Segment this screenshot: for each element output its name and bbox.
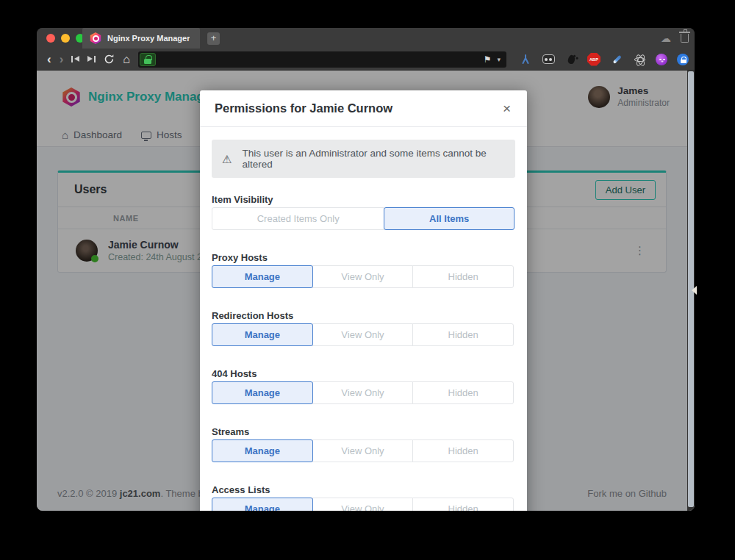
sync-cloud-icon[interactable]: ☁ [661,32,671,44]
tab-title: Nginx Proxy Manager [107,34,190,43]
closed-tabs-trash-icon[interactable] [681,34,689,43]
window-controls [46,34,85,43]
modal-close-icon[interactable]: × [501,101,512,115]
bookmark-icon[interactable]: ⚑ [484,54,492,65]
admin-alert-text: This user is an Administrator and some i… [242,148,505,170]
rewind-button[interactable] [71,56,79,62]
admin-alert: ⚠ This user is an Administrator and some… [212,140,515,178]
browser-toolbar: ‹ › ⌂ ⚑ ▾ ABP [37,49,695,71]
goggles-extension-icon[interactable] [542,53,555,66]
access-lists-view-only-button[interactable]: View Only [312,498,414,511]
proxy-hosts-manage-button[interactable]: Manage [212,265,313,288]
access-lists-label: Access Lists [212,484,515,495]
browser-window: Nginx Proxy Manager + ☁ ‹ › ⌂ ⚑ ▾ [37,28,695,511]
access-lists-manage-button[interactable]: Manage [212,498,313,511]
redirection-hosts-manage-button[interactable]: Manage [212,323,313,346]
new-tab-button[interactable]: + [207,32,220,45]
404-hosts-hidden-button[interactable]: Hidden [412,381,514,404]
redirection-hosts-hidden-button[interactable]: Hidden [412,323,514,346]
extensions-area: ABP [514,53,689,66]
access-lists-hidden-button[interactable]: Hidden [412,498,514,511]
404-hosts-view-only-button[interactable]: View Only [312,381,414,404]
streams-label: Streams [212,426,515,437]
https-lock-icon[interactable] [140,53,156,66]
address-bar[interactable]: ⚑ ▾ [138,51,506,68]
close-window-button[interactable] [46,34,55,43]
item-visibility-group: Created Items Only All Items [212,207,515,230]
redirection-hosts-group: Manage View Only Hidden [212,323,515,346]
pen-extension-icon[interactable] [610,53,623,66]
privacy-lock-extension-icon[interactable] [677,54,689,65]
streams-view-only-button[interactable]: View Only [312,439,414,462]
redirection-hosts-view-only-button[interactable]: View Only [312,323,414,346]
bookmark-dropdown-icon[interactable]: ▾ [497,56,501,63]
proxy-hosts-hidden-button[interactable]: Hidden [412,265,514,288]
gnome-foot-extension-icon[interactable] [564,53,578,66]
desktop: Nginx Proxy Manager + ☁ ‹ › ⌂ ⚑ ▾ [0,0,735,560]
panel-toggle-arrow-icon[interactable] [692,286,697,295]
favicon-npm-icon [90,32,101,44]
proxy-hosts-view-only-button[interactable]: View Only [312,265,414,288]
404-hosts-group: Manage View Only Hidden [212,381,515,404]
fork-extension-icon[interactable] [519,53,532,66]
atom-extension-icon[interactable] [633,53,646,66]
proxy-hosts-group: Manage View Only Hidden [212,265,515,288]
browser-tab[interactable]: Nginx Proxy Manager [82,28,200,49]
browser-titlebar: Nginx Proxy Manager + ☁ [37,28,695,49]
streams-hidden-button[interactable]: Hidden [412,439,514,462]
page-viewport: Nginx Proxy Manager James Administrator … [37,71,695,511]
permissions-modal: Permissions for Jamie Curnow × ⚠ This us… [200,90,527,511]
visibility-created-only-button[interactable]: Created Items Only [212,207,384,230]
adblock-plus-icon[interactable]: ABP [587,53,600,66]
visibility-all-items-button[interactable]: All Items [384,207,514,230]
fast-forward-button[interactable] [87,56,96,62]
404-hosts-manage-button[interactable]: Manage [212,381,313,404]
redirection-hosts-label: Redirection Hosts [212,310,515,321]
purple-extension-icon[interactable] [656,54,667,65]
access-lists-group: Manage View Only Hidden [212,498,515,511]
back-button[interactable]: ‹ [47,53,51,65]
home-button[interactable]: ⌂ [123,54,130,65]
item-visibility-label: Item Visibility [212,194,515,205]
warning-icon: ⚠ [222,154,232,165]
404-hosts-label: 404 Hosts [212,368,515,379]
minimize-window-button[interactable] [61,34,70,43]
reload-button[interactable] [104,54,115,65]
streams-group: Manage View Only Hidden [212,439,515,462]
forward-button[interactable]: › [60,53,64,65]
modal-title: Permissions for Jamie Curnow [215,101,392,115]
proxy-hosts-label: Proxy Hosts [212,252,515,263]
streams-manage-button[interactable]: Manage [212,439,313,462]
